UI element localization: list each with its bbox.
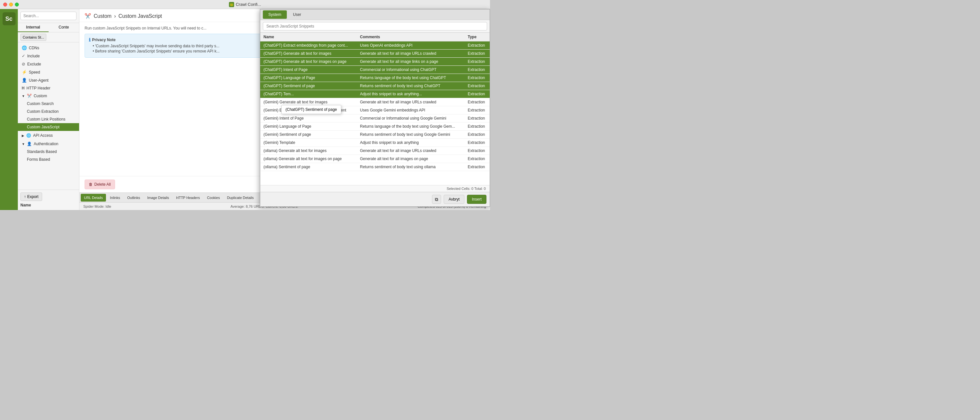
chevron-down-icon [22,94,25,98]
sidebar-item-custom-link-positions[interactable]: Custom Link Positions [18,115,79,123]
export-button[interactable]: ↑ Export [21,192,42,201]
row-name: (ChatGPT) Sentiment of page [260,82,357,90]
custom-icon: ✂️ [27,94,32,98]
sidebar-item-include[interactable]: ✓ Include [18,52,79,60]
table-row[interactable]: (ollama) Sentiment of page Returns senti… [260,163,490,171]
table-row[interactable]: (ChatGPT) Extract embeddings from page c… [260,41,490,49]
table-row[interactable]: (ollama) Generate alt text for images Ge… [260,147,490,155]
row-type: Extraction [465,74,490,82]
table-row[interactable]: (Gemini) Template Adjust this snippet to… [260,139,490,147]
row-name: (ChatGPT) Intent of Page [260,66,357,74]
row-name: (ollama) Generate alt text for images on… [260,155,357,163]
nav-group-api-access: 🌐 API Access [18,132,79,139]
table-row[interactable]: (Gemini) Sentiment of page Returns senti… [260,130,490,139]
table-row[interactable]: (ChatGPT) Sentiment of page Returns sent… [260,82,490,90]
sidebar-item-exclude[interactable]: ⊘ Exclude [18,60,79,68]
traffic-lights [3,3,19,6]
copy-button[interactable]: ⧉ [432,195,441,204]
spider-mode-status: Spider Mode: Idle [83,205,111,208]
table-row[interactable]: (ChatGPT) Tem... Adjust this snippet to … [260,90,490,98]
table-row[interactable]: (ChatGPT) Intent of Page Commercial or I… [260,66,490,74]
panel-tab-user[interactable]: User [288,10,307,19]
panel-search [260,20,490,33]
snippets-data-table: Name Comments Type (ChatGPT) Extract emb… [260,33,490,171]
insert-button[interactable]: Insert [467,195,487,204]
minimize-button[interactable] [9,3,13,6]
filter-button[interactable]: Contains St... [21,34,46,41]
sidebar-tabs: Internal Conte [18,23,79,32]
title-bar: 🐸 Crawl Confi... [0,0,490,9]
http-header-icon: H [22,86,25,91]
sidebar-item-custom-extraction[interactable]: Custom Extraction [18,108,79,115]
tab-internal[interactable]: Internal [18,23,49,32]
delete-all-button[interactable]: 🗑 Delete All [84,180,115,189]
table-row[interactable]: (ChatGPT) Generate alt text for images o… [260,58,490,66]
row-name: (ChatGPT) Tem... [260,90,357,98]
row-type: Extraction [465,98,490,106]
row-comment: Generate alt text for all image URLs cra… [357,98,465,106]
row-name: (ChatGPT) Extract embeddings from page c… [260,41,357,49]
table-row[interactable]: (Gemini) Language of Page Returns langua… [260,123,490,130]
tooltip-popup: (ChatGPT) Sentiment of page [281,105,341,114]
search-input[interactable] [21,12,76,20]
row-type: Extraction [465,90,490,98]
row-type: Extraction [465,155,490,163]
col-header-comments: Comments [357,33,465,41]
nav-group-custom: ✂️ Custom Custom Search Custom Extractio… [18,92,79,131]
tab-duplicate-details[interactable]: Duplicate Details [224,194,257,202]
sf-logo: Sc [3,12,16,25]
tab-http-headers[interactable]: HTTP Headers [173,194,203,202]
sidebar-item-custom-javascript[interactable]: Custom JavaScript [18,123,79,131]
row-name: (Gemini) Template [260,139,357,147]
row-type: Extraction [465,147,490,155]
row-type: Extraction [465,123,490,130]
tab-cookies[interactable]: Cookies [204,194,223,202]
sidebar-group-api-access[interactable]: 🌐 API Access [18,132,79,139]
row-type: Extraction [465,41,490,49]
sidebar-item-speed[interactable]: ⚡ Speed [18,68,79,76]
row-type: Extraction [465,115,490,123]
sidebar-item-cdns[interactable]: 🌐 CDNs [18,44,79,52]
chevron-down-icon2 [22,142,25,146]
tab-url-details[interactable]: URL Details [81,194,106,202]
row-comment: Adjust this snippet to ask anything [357,139,465,147]
panel-tab-system[interactable]: System [263,10,287,19]
tab-outlinks[interactable]: Outlinks [124,194,143,202]
delete-icon: 🗑 [89,182,93,187]
snippet-search-input[interactable] [263,22,487,30]
row-comment: Generate alt text for all image links on… [357,58,465,66]
tab-conte[interactable]: Conte [49,23,80,32]
sidebar-item-standards-based[interactable]: Standards Based [18,148,79,156]
row-name: (ChatGPT) Language of Page [260,74,357,82]
table-row[interactable]: (ChatGPT) Generate alt text for images G… [260,49,490,58]
table-row[interactable]: (ollama) Generate alt text for images on… [260,155,490,163]
row-comment: Commercial or Informational using Google… [357,115,465,123]
table-row[interactable]: (Gemini) Intent of Page Commercial or In… [260,115,490,123]
sidebar-item-forms-based[interactable]: Forms Based [18,156,79,163]
row-name: (Gemini) Language of Page [260,123,357,130]
sidebar-item-user-agent[interactable]: 👤 User-Agent [18,76,79,84]
user-agent-icon: 👤 [22,78,27,83]
sidebar-group-authentication[interactable]: 👤 Authentication [18,140,79,148]
table-row[interactable]: (ChatGPT) Language of Page Returns langu… [260,74,490,82]
auth-icon: 👤 [27,142,32,146]
row-comment: Commercial or Informational using ChatGP… [357,66,465,74]
row-comment: Returns language of the body text using … [357,74,465,82]
close-button[interactable] [3,3,7,6]
row-comment: Generate alt text for all images on page [357,155,465,163]
row-comment: Returns sentiment of body text using oll… [357,163,465,171]
tab-inlinks[interactable]: Inlinks [107,194,123,202]
maximize-button[interactable] [15,3,19,6]
tab-image-details[interactable]: Image Details [144,194,172,202]
sidebar-search-container [18,9,79,23]
sidebar-nav: 🌐 CDNs ✓ Include ⊘ Exclude ⚡ Speed 👤 [18,43,79,189]
sidebar-filter: Contains St... [18,32,79,43]
sidebar-group-custom[interactable]: ✂️ Custom [18,92,79,100]
row-type: Extraction [465,130,490,139]
app-icon: 🐸 [229,2,234,7]
sidebar-item-http-header[interactable]: H HTTP Header [18,84,79,92]
cancel-button[interactable]: Avbryt [444,195,465,204]
sidebar-item-custom-search[interactable]: Custom Search [18,100,79,108]
col-header-name: Name [260,33,357,41]
sidebar-footer: ↑ Export Name [18,189,79,210]
